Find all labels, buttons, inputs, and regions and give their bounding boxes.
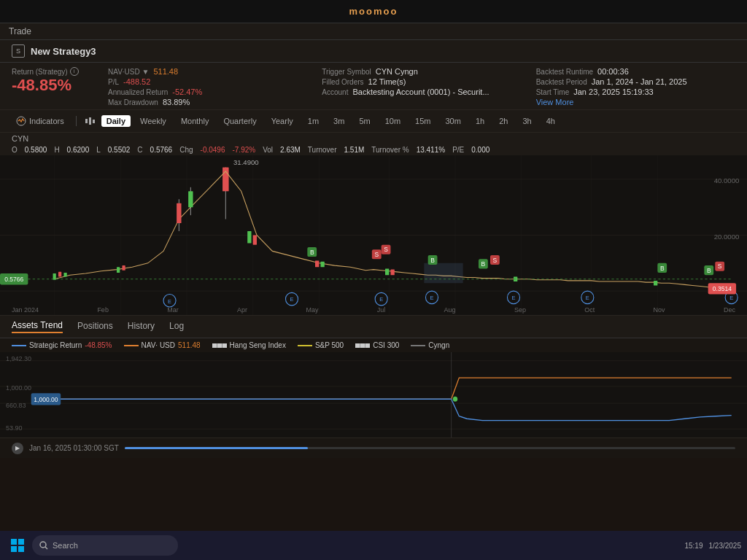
c-label: C <box>137 146 142 154</box>
sp500-dot <box>298 345 312 346</box>
drawdown-row: Max Drawdown 83.89% <box>108 98 307 106</box>
csi300-dot <box>355 343 370 348</box>
taskbar-right: 15:19 1/23/2025 <box>684 542 741 550</box>
tab-assets-trend[interactable]: Assets Trend <box>12 320 63 333</box>
svg-text:E: E <box>430 295 434 301</box>
tf-3h[interactable]: 3h <box>517 115 536 127</box>
svg-rect-3 <box>93 120 95 123</box>
cyngn-label: Cyngn <box>428 341 449 349</box>
tf-1m[interactable]: 1m <box>303 115 324 127</box>
legend-strategic: Strategic Return -48.85% <box>12 341 112 349</box>
tf-5m[interactable]: 5m <box>354 115 375 127</box>
y-660: 660.83 <box>6 402 26 409</box>
assets-chart[interactable]: 1,942.30 1,000.00 660.83 53.90 <box>0 352 747 438</box>
windows-start-button[interactable] <box>6 534 29 557</box>
runtime-row: Backtest Runtime 00:00:36 <box>536 67 735 76</box>
svg-rect-2 <box>89 117 91 125</box>
turnover-pct-value: 13.411% <box>417 146 445 154</box>
period-label: Backtest Period <box>536 78 587 86</box>
svg-rect-28 <box>247 231 251 243</box>
price-chart[interactable]: B S B S B S B B S E <box>0 155 747 316</box>
svg-text:E: E <box>290 296 294 303</box>
strategic-return-label: Strategic Return <box>29 341 82 349</box>
search-placeholder: Search <box>53 541 78 550</box>
nav-legend-value: 511.48 <box>178 341 201 349</box>
tf-30m[interactable]: 30m <box>440 115 465 127</box>
l-value: 0.5502 <box>108 146 131 154</box>
tf-2h[interactable]: 2h <box>494 115 513 127</box>
svg-text:20.0000: 20.0000 <box>714 233 740 241</box>
svg-rect-21 <box>63 273 66 276</box>
h-value: 0.6200 <box>67 146 90 154</box>
search-icon <box>39 541 48 550</box>
playback-track[interactable] <box>125 447 735 449</box>
trade-tab[interactable]: Trade <box>0 23 747 40</box>
x-may: May <box>306 306 318 314</box>
account-label: Account <box>322 88 348 96</box>
bottom-tabs: Assets Trend Positions History Log <box>0 316 747 338</box>
taskbar-search[interactable]: Search <box>32 535 178 556</box>
svg-rect-27 <box>188 191 193 207</box>
legend-cyngn: Cyngn <box>411 341 449 349</box>
indicators-button[interactable]: Indicators <box>12 114 69 128</box>
svg-text:S: S <box>718 262 722 270</box>
return-value: -48.85% <box>12 76 99 95</box>
svg-rect-89 <box>18 539 24 545</box>
nav-label: NAV·USD ▼ <box>108 68 149 76</box>
tab-positions[interactable]: Positions <box>77 321 113 332</box>
legend-sp500: S&P 500 <box>298 341 344 349</box>
svg-text:B: B <box>310 249 314 256</box>
tab-log[interactable]: Log <box>169 321 184 332</box>
y-53: 53.90 <box>6 424 23 432</box>
tf-1h[interactable]: 1h <box>471 115 489 127</box>
x-aug: Aug <box>444 306 456 314</box>
tf-10m[interactable]: 10m <box>380 115 406 127</box>
x-apr: Apr <box>237 306 247 314</box>
tf-4h[interactable]: 4h <box>541 115 560 127</box>
hang-seng-dot <box>212 343 227 348</box>
nav-row: NAV·USD ▼ 511.48 <box>108 67 307 76</box>
symbol-label: CYN <box>0 133 747 144</box>
tf-monthly[interactable]: Monthly <box>176 115 214 127</box>
indicators-icon <box>16 116 26 126</box>
nav-value: 511.48 <box>153 67 178 76</box>
view-more-link[interactable]: View More <box>536 98 574 106</box>
tab-history[interactable]: History <box>128 321 155 332</box>
tf-quarterly[interactable]: Quarterly <box>218 115 261 127</box>
tf-15m[interactable]: 15m <box>410 115 436 127</box>
vol-value: 2.63M <box>280 146 301 154</box>
tf-weekly[interactable]: Weekly <box>135 115 171 127</box>
svg-text:E: E <box>512 295 516 301</box>
price-chart-svg: B S B S B S B B S E <box>0 155 747 315</box>
c-value: 0.5766 <box>150 146 173 154</box>
strategic-return-value: -48.85% <box>85 341 112 349</box>
svg-rect-90 <box>11 546 17 552</box>
svg-rect-29 <box>253 236 257 245</box>
tf-3m[interactable]: 3m <box>328 115 349 127</box>
x-mar: Mar <box>167 306 179 314</box>
turnover-value: 1.51M <box>344 146 365 154</box>
play-button[interactable]: ▶ <box>12 443 23 454</box>
tf-daily[interactable]: Daily <box>101 115 131 127</box>
trigger-value: CYN Cyngn <box>376 67 418 76</box>
hang-seng-label: Hang Seng Index <box>230 341 286 349</box>
tf-yearly[interactable]: Yearly <box>266 115 298 127</box>
filled-orders-row: Filled Orders 12 Time(s) <box>322 77 521 86</box>
svg-text:E: E <box>379 296 383 303</box>
info-icon[interactable]: i <box>70 67 79 76</box>
svg-text:31.4900: 31.4900 <box>233 158 259 166</box>
period-value: Jan 1, 2024 - Jan 21, 2025 <box>592 77 687 86</box>
svg-rect-31 <box>320 262 324 268</box>
strategy-header: S New Strategy3 <box>0 40 747 63</box>
filled-value: 12 Time(s) <box>368 77 406 86</box>
nav-line-dot <box>124 345 139 346</box>
divider <box>76 116 77 126</box>
stats-area: Return (Strategy) i -48.85% NAV·USD ▼ 51… <box>0 63 747 110</box>
legend-hang-seng: Hang Seng Index <box>212 341 286 349</box>
playback-progress <box>125 447 308 449</box>
legend-csi300: CSI 300 <box>355 341 399 349</box>
turnover-pct-label: Turnover % <box>371 146 409 154</box>
y-1942: 1,942.30 <box>6 355 31 362</box>
assets-chart-svg: 1,000.00 <box>0 352 747 438</box>
svg-rect-34 <box>424 263 462 283</box>
